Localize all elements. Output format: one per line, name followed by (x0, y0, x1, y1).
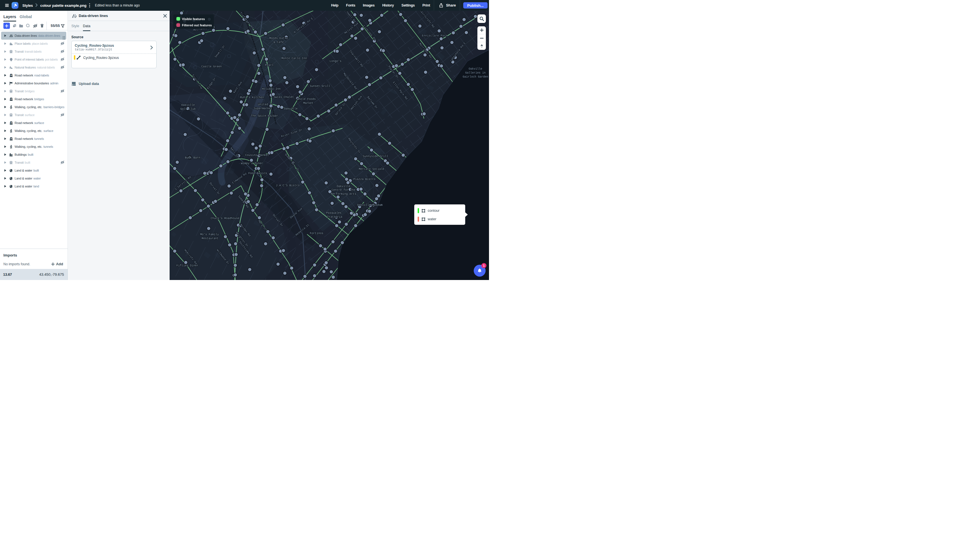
svg-text:Gairloch Garden: Gairloch Garden (463, 75, 488, 78)
svg-text:Oakville: Oakville (284, 107, 298, 110)
svg-text:Food Basics: Food Basics (248, 172, 267, 175)
svg-text:United: United (258, 103, 268, 106)
svg-text:A: A (10, 74, 12, 77)
svg-text:Bulk Barn: Bulk Barn (185, 156, 200, 159)
svg-text:Ennisclare Park: Ennisclare Park (422, 34, 447, 37)
svg-text:Castle Green: Castle Green (201, 65, 222, 68)
svg-text:Golf Club: Golf Club (180, 108, 196, 111)
svg-text:Fifties Diner: Fifties Diner (177, 264, 198, 267)
svg-text:Oakville: Oakville (181, 103, 195, 107)
svg-text:A: A (10, 137, 12, 140)
svg-text:Sunnyside Grill: Sunnyside Grill (363, 155, 388, 158)
svg-text:Wimpy's Diner: Wimpy's Diner (241, 162, 263, 165)
svg-text:Market: Market (303, 102, 313, 105)
svg-text:Piazza Bistro: Piazza Bistro (353, 178, 375, 181)
svg-text:Supermarket: Supermarket (254, 107, 272, 110)
svg-text:Mo's Family: Mo's Family (200, 233, 219, 236)
svg-text:Sunset Grill: Sunset Grill (310, 85, 330, 88)
svg-text:Whole Foods: Whole Foods (297, 98, 316, 101)
svg-text:A: A (10, 98, 12, 100)
svg-text:Galleries in: Galleries in (465, 71, 486, 75)
svg-text:Pasquales: Pasquales (326, 212, 342, 215)
svg-text:The Spice Bazaar: The Spice Bazaar (251, 114, 278, 117)
svg-text:J.A.C'S Bistro: J.A.C'S Bistro (276, 184, 300, 187)
svg-text:Fortinos: Fortinos (310, 232, 323, 235)
svg-text:Chuck's Roadhouse: Chuck's Roadhouse (211, 217, 240, 220)
svg-text:Performing Arts: Performing Arts (331, 193, 356, 196)
svg-text:Trattoria: Trattoria (327, 215, 342, 218)
svg-text:Oakville: Oakville (468, 67, 482, 70)
svg-text:Pearl: Pearl (265, 64, 273, 67)
svg-text:A: A (10, 122, 12, 124)
svg-text:Moods Eatry: Moods Eatry (269, 37, 288, 40)
svg-text:& Cafe: & Cafe (273, 41, 284, 44)
svg-text:Mercato Sociale: Mercato Sociale (359, 168, 384, 171)
svg-text:Oakville: Oakville (337, 185, 350, 188)
svg-text:Cousins Market: Cousins Market (245, 154, 269, 157)
svg-text:Longo's: Longo's (330, 60, 342, 63)
svg-text:Holiday Inn: Holiday Inn (262, 87, 281, 91)
svg-text:Oakville Museum: Oakville Museum (357, 203, 383, 207)
svg-text:Restaurant: Restaurant (202, 237, 218, 240)
svg-text:Ruhi's Kitchen: Ruhi's Kitchen (240, 96, 264, 99)
svg-text:Monte Carlo Inn: Monte Carlo Inn (282, 57, 307, 60)
svg-text:Centre for the: Centre for the (332, 188, 355, 192)
svg-text:Swiss-Chalet: Swiss-Chalet (273, 96, 294, 99)
